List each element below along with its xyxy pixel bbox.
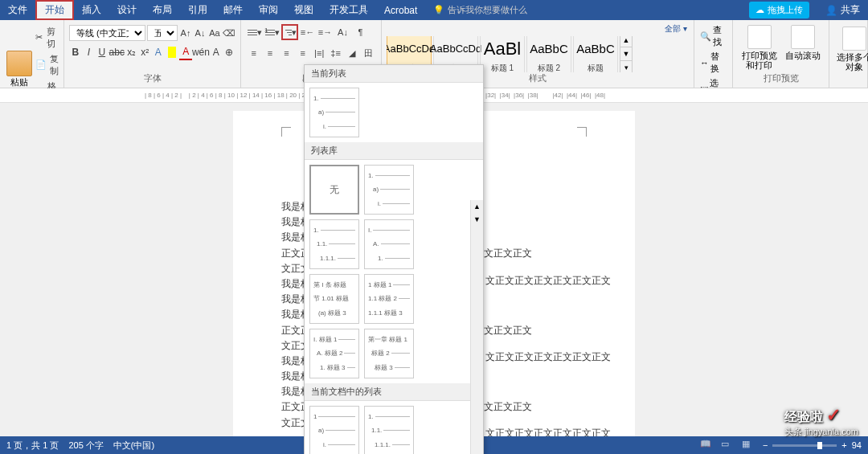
font-group: 等线 (中文正文) 五号 A↑ A↓ Aa ⌫ B I U abc x₂ x² …: [64, 20, 241, 88]
ml-lib-item[interactable]: I.A.1.: [364, 219, 414, 269]
menu-acrobat[interactable]: Acrobat: [376, 0, 425, 20]
subscript-button[interactable]: x₂: [125, 44, 138, 60]
copy-button[interactable]: 📄复制: [34, 52, 60, 78]
menu-view[interactable]: 视图: [286, 0, 321, 20]
styles-scroll-down[interactable]: ▼: [620, 47, 632, 61]
menu-home[interactable]: 开始: [35, 0, 74, 20]
font-size-select[interactable]: 五号: [147, 25, 178, 41]
watermark: 经验啦 ✓ 头条 jingyanla.com: [784, 405, 858, 438]
ml-doc-item[interactable]: 1a)i.: [309, 406, 359, 454]
decrease-indent-button[interactable]: ≡←: [299, 24, 316, 40]
show-marks-button[interactable]: ¶: [352, 24, 369, 40]
distribute-button[interactable]: |≡|: [312, 45, 327, 61]
tell-me-search[interactable]: 💡 告诉我你想要做什么: [433, 4, 527, 16]
replace-button[interactable]: ↔替换: [699, 50, 727, 76]
style-heading2[interactable]: AaBbC标题 2: [526, 36, 571, 72]
menu-design[interactable]: 设计: [109, 0, 145, 20]
ml-lib-item[interactable]: 1.a)i.: [364, 165, 414, 215]
align-left-button[interactable]: ≡: [246, 45, 261, 61]
current-list-header: 当前列表: [305, 65, 483, 83]
font-name-select[interactable]: 等线 (中文正文): [69, 25, 145, 41]
word-count[interactable]: 205 个字: [68, 440, 103, 452]
multilevel-list-button[interactable]: ▾: [281, 24, 298, 40]
shading-button[interactable]: ◢: [344, 45, 359, 61]
menu-mailings[interactable]: 邮件: [215, 0, 251, 20]
change-case-button[interactable]: Aa: [208, 25, 221, 41]
print-preview-group: 打印预览和打印 自动滚动 打印预览: [733, 20, 829, 88]
ml-current-preview[interactable]: 1. a) i.: [309, 88, 359, 137]
decrease-font-button[interactable]: A↓: [194, 25, 207, 41]
strikethrough-button[interactable]: abc: [109, 44, 125, 60]
numbering-button[interactable]: 1▾: [264, 24, 280, 40]
clear-format-button[interactable]: ⌫: [223, 25, 235, 41]
find-label: 查找: [713, 24, 727, 48]
zoom-in-button[interactable]: +: [841, 440, 846, 450]
current-doc-lists-header: 当前文档中的列表: [305, 383, 483, 401]
zoom-out-button[interactable]: −: [763, 440, 768, 450]
print-layout-button[interactable]: ▭: [721, 439, 737, 452]
select-objects-button[interactable]: 选择多个对象: [834, 27, 868, 72]
ml-lib-item[interactable]: 1 标题 11.1 标题 21.1.1 标题 3: [364, 274, 414, 324]
scroll-down-button[interactable]: ▼: [471, 213, 483, 226]
replace-icon: ↔: [700, 58, 709, 67]
read-mode-button[interactable]: 📖: [700, 439, 716, 452]
bold-button[interactable]: B: [69, 44, 82, 60]
cut-button[interactable]: ✂剪切: [34, 25, 60, 51]
select-objects-group: 选择多个对象: [829, 20, 868, 88]
font-color-button[interactable]: A: [179, 44, 192, 60]
margin-corner: [281, 127, 291, 137]
sort-button[interactable]: A↓: [334, 24, 351, 40]
menu-review[interactable]: 审阅: [251, 0, 286, 20]
scroll-up-button[interactable]: ▲: [471, 200, 483, 213]
increase-indent-button[interactable]: ≡→: [317, 24, 334, 40]
find-button[interactable]: 🔍查找: [699, 23, 727, 49]
borders-button[interactable]: 田: [361, 45, 376, 61]
highlight-button[interactable]: [168, 47, 177, 58]
ml-doc-item[interactable]: 1.1.1.1.1.1.: [364, 406, 414, 454]
ml-lib-item[interactable]: 第一章 标题 1标题 2标题 3: [364, 329, 414, 378]
menu-layout[interactable]: 布局: [145, 0, 180, 20]
char-border-button[interactable]: A: [210, 44, 223, 60]
ml-none[interactable]: 无: [309, 165, 359, 215]
cloud-upload-button[interactable]: ☁ 拖拽上传: [749, 2, 809, 18]
phonetic-button[interactable]: wén: [193, 44, 209, 60]
web-layout-button[interactable]: ▦: [742, 439, 758, 452]
print-preview-button[interactable]: 打印预览和打印: [739, 25, 780, 70]
ml-lib-item[interactable]: 第 I 条 标题节 1.01 标题(a) 标题 3: [309, 274, 359, 324]
menu-developer[interactable]: 开发工具: [321, 0, 376, 20]
text-effects-button[interactable]: A: [152, 44, 165, 60]
share-button[interactable]: 共享: [841, 3, 860, 17]
paste-button[interactable]: 粘贴: [5, 49, 34, 90]
styles-all-dropdown[interactable]: 全部 ▾: [387, 22, 689, 36]
menu-file[interactable]: 文件: [0, 0, 35, 20]
bullets-button[interactable]: ▾: [246, 24, 263, 40]
ml-lib-item[interactable]: 1.1.1.1.1.1.: [309, 219, 359, 269]
justify-button[interactable]: ≡: [295, 45, 310, 61]
auto-scroll-button[interactable]: 自动滚动: [783, 25, 823, 70]
italic-button[interactable]: I: [83, 44, 96, 60]
increase-font-button[interactable]: A↑: [179, 25, 192, 41]
align-right-button[interactable]: ≡: [279, 45, 294, 61]
styles-expand[interactable]: ▾: [620, 61, 632, 72]
zoom-percent[interactable]: 94: [852, 440, 862, 450]
style-label: 标题 1: [491, 63, 514, 73]
ml-lib-item[interactable]: I. 标题 1A. 标题 21. 标题 3: [309, 329, 359, 378]
style-heading1[interactable]: AaBl标题 1: [480, 36, 525, 72]
language-status[interactable]: 中文(中国): [113, 440, 154, 452]
zoom-slider[interactable]: [772, 444, 837, 447]
cloud-icon: ☁: [755, 5, 764, 15]
line-spacing-button[interactable]: ‡≡: [328, 45, 343, 61]
char-shading-button[interactable]: ⊕: [223, 44, 235, 60]
style-label: 标题: [588, 63, 604, 73]
superscript-button[interactable]: x²: [138, 44, 151, 60]
underline-button[interactable]: U: [96, 44, 108, 60]
user-icon[interactable]: 👤: [825, 5, 837, 16]
menu-insert[interactable]: 插入: [74, 0, 109, 20]
cloud-upload-label: 拖拽上传: [768, 4, 803, 16]
style-title[interactable]: AaBbC标题: [573, 36, 618, 72]
ml-dropdown-scrollbar[interactable]: ▲ ▼: [470, 200, 483, 454]
styles-scroll-up[interactable]: ▲: [620, 36, 632, 47]
align-center-button[interactable]: ≡: [262, 45, 277, 61]
page-count[interactable]: 1 页，共 1 页: [6, 440, 59, 452]
menu-references[interactable]: 引用: [180, 0, 215, 20]
